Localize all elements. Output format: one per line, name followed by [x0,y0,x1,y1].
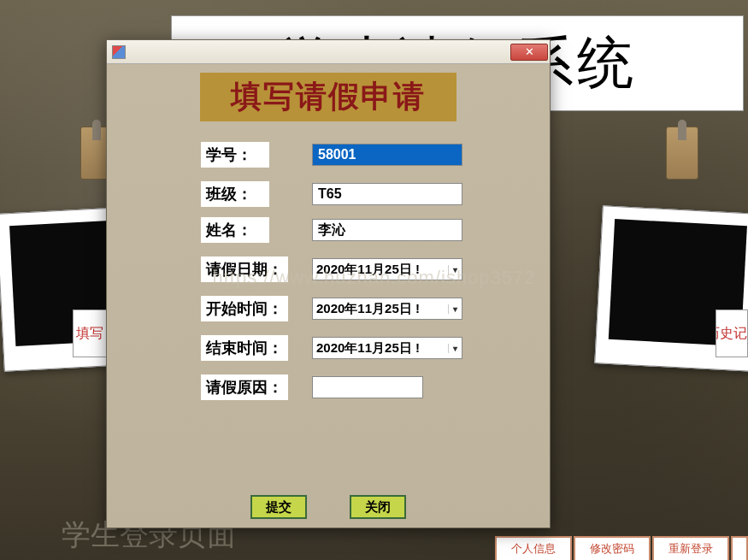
start-time-picker[interactable]: 2020年11月25日 ! ▾ [312,298,462,320]
history-button[interactable]: 历史记录 [716,309,748,357]
decorative-clip [663,127,702,195]
leave-date-label: 请假日期： [201,256,288,282]
dialog-titlebar[interactable]: ✕ [107,40,550,64]
student-id-row: 学号： [201,142,534,168]
app-icon [112,45,126,59]
name-input[interactable] [312,219,462,241]
leave-request-dialog: ✕ 填写请假申请 学号： 班级： 姓名： 请假日期： 2020年11月25日 !… [106,39,551,528]
fill-request-button[interactable]: 填写 [73,309,107,357]
dialog-title: 填写请假申请 [200,73,456,121]
leave-date-row: 请假日期： 2020年11月25日 ! ▾ [201,256,534,282]
start-time-value: 2020年11月25日 ! [316,301,448,317]
footer-button-row: 个人信息 修改密码 重新登录 [495,536,748,560]
close-icon[interactable]: ✕ [510,44,548,61]
close-button[interactable]: 关闭 [350,495,406,519]
class-input[interactable] [312,183,462,205]
relogin-button[interactable]: 重新登录 [652,536,729,560]
dialog-body: 填写请假申请 学号： 班级： 姓名： 请假日期： 2020年11月25日 ! ▾… [107,64,550,528]
chevron-down-icon: ▾ [448,304,462,314]
chevron-down-icon: ▾ [448,344,462,353]
end-time-value: 2020年11月25日 ! [316,340,448,357]
reason-label: 请假原因： [201,374,288,400]
footer-extra-button[interactable] [731,536,748,560]
change-password-button[interactable]: 修改密码 [574,536,651,560]
submit-button[interactable]: 提交 [250,495,307,519]
name-row: 姓名： [201,217,534,243]
student-id-label: 学号： [201,142,269,168]
name-label: 姓名： [201,217,269,243]
end-time-row: 结束时间： 2020年11月25日 ! ▾ [201,335,534,361]
class-label: 班级： [201,181,269,207]
leave-date-value: 2020年11月25日 ! [316,262,448,278]
class-row: 班级： [201,181,534,207]
student-id-input[interactable] [312,144,462,166]
reason-input[interactable] [312,376,423,398]
personal-info-button[interactable]: 个人信息 [495,536,572,560]
start-time-row: 开始时间： 2020年11月25日 ! ▾ [201,296,534,321]
leave-date-picker[interactable]: 2020年11月25日 ! ▾ [312,258,462,280]
end-time-picker[interactable]: 2020年11月25日 ! ▾ [312,337,462,359]
chevron-down-icon: ▾ [448,265,462,274]
dialog-button-row: 提交 关闭 [107,495,550,519]
start-time-label: 开始时间： [201,296,288,321]
end-time-label: 结束时间： [201,335,288,361]
reason-row: 请假原因： [201,374,534,400]
